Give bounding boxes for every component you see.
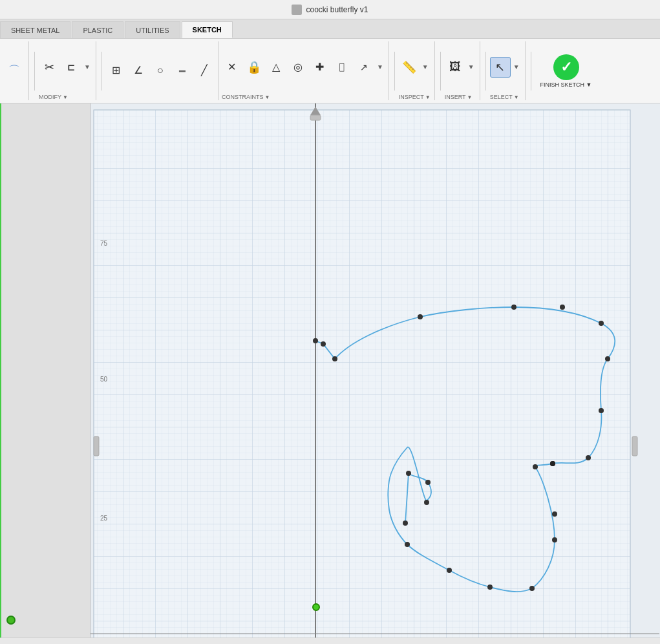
- finish-sketch-btn[interactable]: ✓ FINISH SKETCH ▼: [535, 52, 597, 91]
- svg-point-18: [418, 314, 423, 319]
- svg-point-27: [424, 500, 429, 505]
- trim-btn[interactable]: ✂: [39, 57, 59, 78]
- cross-btn[interactable]: ✕: [222, 57, 242, 78]
- toolbar: SHEET METAL PLASTIC UTILITIES SKETCH ⌒ ✂…: [0, 19, 660, 103]
- green-vertical-line: [0, 103, 1, 638]
- select-more-btn[interactable]: ▼: [512, 62, 521, 72]
- app-title: coocki butterfly v1: [306, 5, 368, 14]
- svg-rect-10: [310, 115, 321, 120]
- circle-btn[interactable]: ○: [150, 60, 171, 81]
- insert-group: 🖼 ▼ INSERT ▼: [445, 41, 480, 100]
- constraints-group: ✕ 🔒 △ ◎ ✚ ⌷ ↗ ▼ CONSTRAINTS ▼: [222, 41, 389, 100]
- ruler-btn[interactable]: 📏: [399, 57, 420, 78]
- triangle-btn[interactable]: △: [266, 57, 286, 78]
- finish-check-icon: ✓: [553, 54, 579, 80]
- tab-sketch[interactable]: SKETCH: [182, 21, 233, 38]
- tab-utilities[interactable]: UTILITIES: [125, 21, 180, 38]
- image-btn[interactable]: 🖼: [445, 57, 465, 78]
- svg-point-26: [533, 464, 538, 469]
- svg-text:75: 75: [100, 240, 108, 247]
- display-btn[interactable]: ⊞: [379, 642, 398, 645]
- title-bar: coocki butterfly v1: [0, 0, 660, 19]
- arc-left-btn[interactable]: ⌒: [4, 60, 25, 81]
- left-tools-group: ⌒: [4, 41, 29, 100]
- tab-row: SHEET METAL PLASTIC UTILITIES SKETCH: [0, 19, 660, 39]
- bracket-btn[interactable]: ⌷: [332, 57, 352, 78]
- select-group: ↖ ▼ SELECT ▼: [490, 41, 526, 100]
- svg-point-30: [403, 521, 408, 526]
- orbit-tool-btn[interactable]: ⟳: [310, 642, 328, 645]
- inspect-more-btn[interactable]: ▼: [421, 62, 430, 72]
- create-group: ⊞ ∠ ○ ═ ╱: [106, 41, 219, 100]
- svg-point-32: [447, 568, 452, 573]
- svg-point-24: [586, 455, 591, 460]
- main-area: 75 50 25: [0, 103, 660, 638]
- arrow-btn[interactable]: ↗: [354, 57, 374, 78]
- tool-row: ⌒ ✂ ⊏ ▼ MODIFY ▼ ⊞ ∠ ○ ═ ╱: [0, 39, 660, 103]
- angle-btn[interactable]: ∠: [128, 60, 149, 81]
- line-btn[interactable]: ⊞: [106, 60, 127, 81]
- sep1: [34, 52, 35, 91]
- grid-view-btn[interactable]: ⊡: [356, 642, 374, 645]
- diagonal-btn[interactable]: ╱: [194, 60, 215, 81]
- left-panel: [0, 103, 90, 638]
- canvas-svg: 75 50 25: [90, 103, 660, 638]
- title-icon: [292, 5, 302, 15]
- svg-point-33: [487, 585, 493, 590]
- sep4: [440, 52, 441, 91]
- svg-point-37: [550, 461, 555, 466]
- fit-view-btn[interactable]: ⊞: [263, 642, 281, 645]
- svg-point-21: [599, 321, 604, 326]
- bottom-bar: ✛ ⊞ ✋ ⟳ 🔍 ⊡ ⊞ ⊟: [0, 638, 660, 644]
- tab-plastic[interactable]: PLASTIC: [72, 21, 123, 38]
- svg-rect-3: [94, 110, 630, 638]
- lock-btn[interactable]: 🔒: [244, 57, 264, 78]
- zoom-tool-btn[interactable]: 🔍: [333, 642, 351, 645]
- tab-sheet-metal[interactable]: SHEET METAL: [0, 21, 70, 38]
- svg-point-23: [599, 408, 604, 413]
- svg-point-15: [313, 338, 318, 343]
- svg-point-34: [529, 586, 535, 591]
- svg-point-17: [332, 356, 337, 361]
- insert-more-btn[interactable]: ▼: [467, 62, 476, 72]
- modify-label: MODIFY: [39, 94, 61, 100]
- offset-btn[interactable]: ⊏: [61, 57, 81, 78]
- svg-rect-14: [94, 436, 99, 456]
- svg-point-31: [405, 542, 410, 547]
- sep2: [101, 52, 102, 91]
- origin-marker: [6, 616, 16, 625]
- constraints-label: CONSTRAINTS: [222, 94, 264, 100]
- plus-btn[interactable]: ✚: [310, 57, 330, 78]
- move-tool-btn[interactable]: ✛: [240, 642, 258, 645]
- svg-rect-13: [632, 436, 637, 456]
- svg-point-20: [560, 305, 565, 310]
- canvas-origin-dot: [312, 603, 320, 611]
- svg-point-29: [406, 471, 411, 476]
- parallel-btn[interactable]: ═: [172, 60, 193, 81]
- constraints-more-btn[interactable]: ▼: [376, 62, 385, 72]
- target-btn[interactable]: ◎: [288, 57, 308, 78]
- svg-text:50: 50: [100, 376, 108, 383]
- svg-point-22: [605, 356, 610, 361]
- sep5: [485, 52, 486, 91]
- svg-point-16: [321, 341, 326, 347]
- modify-more-btn[interactable]: ▼: [83, 62, 92, 72]
- svg-point-36: [552, 511, 557, 517]
- insert-label: INSERT: [445, 94, 466, 100]
- svg-text:25: 25: [100, 515, 108, 522]
- inspect-label: INSPECT: [399, 94, 424, 100]
- svg-point-35: [552, 537, 557, 542]
- svg-point-28: [425, 480, 431, 485]
- modify-group: ✂ ⊏ ▼ MODIFY ▼: [39, 41, 96, 100]
- inspect-group: 📏 ▼ INSPECT ▼: [399, 41, 435, 100]
- svg-point-19: [511, 305, 516, 310]
- view-cube-btn[interactable]: ⊟: [403, 642, 421, 645]
- finish-sketch-label: FINISH SKETCH ▼: [540, 81, 592, 88]
- sketch-canvas[interactable]: 75 50 25: [90, 103, 660, 638]
- select-label: SELECT: [490, 94, 513, 100]
- sep6: [531, 52, 531, 91]
- select-btn[interactable]: ↖: [490, 57, 511, 78]
- sep3: [394, 52, 395, 91]
- pan-tool-btn[interactable]: ✋: [286, 642, 304, 645]
